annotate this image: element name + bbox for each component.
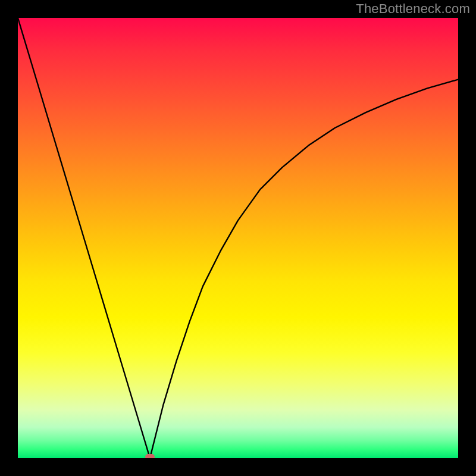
chart-frame: TheBottleneck.com xyxy=(0,0,476,476)
plot-area xyxy=(18,18,458,458)
watermark-text: TheBottleneck.com xyxy=(356,1,470,17)
curve-svg xyxy=(18,18,458,458)
bottleneck-curve xyxy=(18,18,458,458)
notch-marker xyxy=(145,454,155,458)
